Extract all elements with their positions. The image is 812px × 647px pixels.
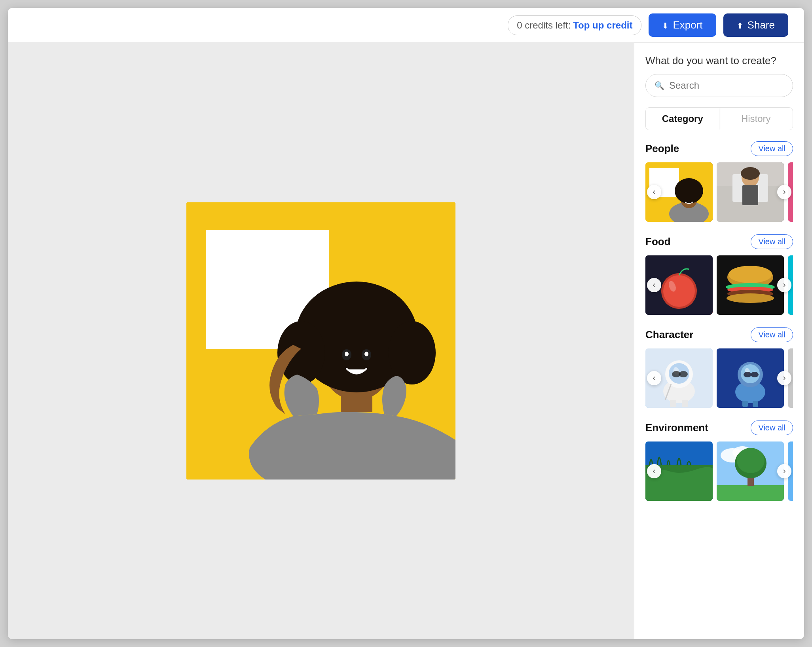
svg-point-26 <box>663 275 695 307</box>
env-next-button[interactable] <box>777 464 791 478</box>
people-prev-button[interactable] <box>647 185 661 199</box>
svg-point-10 <box>345 352 349 356</box>
canvas-image <box>186 202 455 480</box>
sidebar: What do you want to create? Category His… <box>634 43 804 639</box>
svg-point-52 <box>751 372 759 377</box>
section-character: Character View all <box>645 327 793 408</box>
left-arrow-icon-char <box>653 373 655 383</box>
left-arrow-icon-env <box>653 466 655 476</box>
tab-history[interactable]: History <box>719 108 793 130</box>
character-view-all[interactable]: View all <box>751 327 793 342</box>
right-arrow-icon-food <box>783 280 785 290</box>
people-carousel <box>645 162 793 222</box>
svg-rect-53 <box>742 401 748 407</box>
left-arrow-icon <box>653 187 655 197</box>
people-image-2[interactable] <box>717 162 784 222</box>
people-view-all[interactable]: View all <box>751 141 793 156</box>
section-people: People View all <box>645 141 793 222</box>
char-image-2[interactable] <box>717 348 784 408</box>
food-next-button[interactable] <box>777 278 791 292</box>
environment-view-all[interactable]: View all <box>751 421 793 435</box>
search-icon <box>655 81 664 90</box>
credits-badge: 0 credits left: Top up credit <box>508 15 641 35</box>
environment-header: Environment View all <box>645 421 793 435</box>
tabs: Category History <box>645 107 793 130</box>
svg-rect-61 <box>717 485 784 501</box>
env-image-2[interactable] <box>717 441 784 501</box>
search-box <box>645 74 793 97</box>
character-title: Character <box>645 329 693 341</box>
svg-point-7 <box>388 321 436 384</box>
svg-rect-45 <box>682 400 688 407</box>
food-header: Food View all <box>645 234 793 249</box>
char-prev-button[interactable] <box>647 371 661 385</box>
right-arrow-icon-char <box>783 373 785 383</box>
canvas-area <box>8 43 634 639</box>
right-arrow-icon-env <box>783 466 785 476</box>
env-prev-button[interactable] <box>647 464 661 478</box>
prompt-label: What do you want to create? <box>645 55 793 67</box>
credits-text: 0 credits left: <box>517 20 571 31</box>
svg-point-64 <box>737 448 765 473</box>
left-arrow-icon-food <box>653 280 655 290</box>
character-images <box>645 348 793 408</box>
svg-point-16 <box>675 178 703 204</box>
svg-point-21 <box>741 167 760 180</box>
people-next-button[interactable] <box>777 185 791 199</box>
character-carousel <box>645 348 793 408</box>
char-next-button[interactable] <box>777 371 791 385</box>
export-icon <box>662 19 669 31</box>
food-title: Food <box>645 236 671 248</box>
food-image-2[interactable] <box>717 255 784 315</box>
food-carousel <box>645 255 793 315</box>
svg-rect-22 <box>742 185 758 205</box>
svg-point-11 <box>364 352 368 356</box>
export-button[interactable]: Export <box>649 13 716 37</box>
svg-rect-54 <box>753 401 758 407</box>
svg-point-34 <box>727 293 774 303</box>
header: 0 credits left: Top up credit Export Sha… <box>8 8 804 43</box>
share-icon <box>737 19 744 31</box>
environment-title: Environment <box>645 422 708 434</box>
svg-point-42 <box>679 371 688 377</box>
people-header: People View all <box>645 141 793 156</box>
share-button[interactable]: Share <box>723 13 788 37</box>
canvas-svg <box>186 202 455 480</box>
food-prev-button[interactable] <box>647 278 661 292</box>
food-view-all[interactable]: View all <box>751 234 793 249</box>
section-food: Food View all <box>645 234 793 315</box>
environment-carousel <box>645 441 793 501</box>
search-input[interactable] <box>669 80 787 91</box>
svg-point-30 <box>729 266 772 283</box>
environment-images <box>645 441 793 501</box>
right-arrow-icon <box>783 187 785 197</box>
app-window: 0 credits left: Top up credit Export Sha… <box>8 8 804 639</box>
food-images <box>645 255 793 315</box>
character-header: Character View all <box>645 327 793 342</box>
tab-category[interactable]: Category <box>646 108 719 130</box>
svg-rect-44 <box>670 400 676 407</box>
people-images <box>645 162 793 222</box>
main-content: What do you want to create? Category His… <box>8 43 804 639</box>
svg-point-51 <box>744 372 751 377</box>
section-environment: Environment View all <box>645 421 793 501</box>
people-title: People <box>645 143 679 155</box>
top-up-link[interactable]: Top up credit <box>573 20 632 31</box>
